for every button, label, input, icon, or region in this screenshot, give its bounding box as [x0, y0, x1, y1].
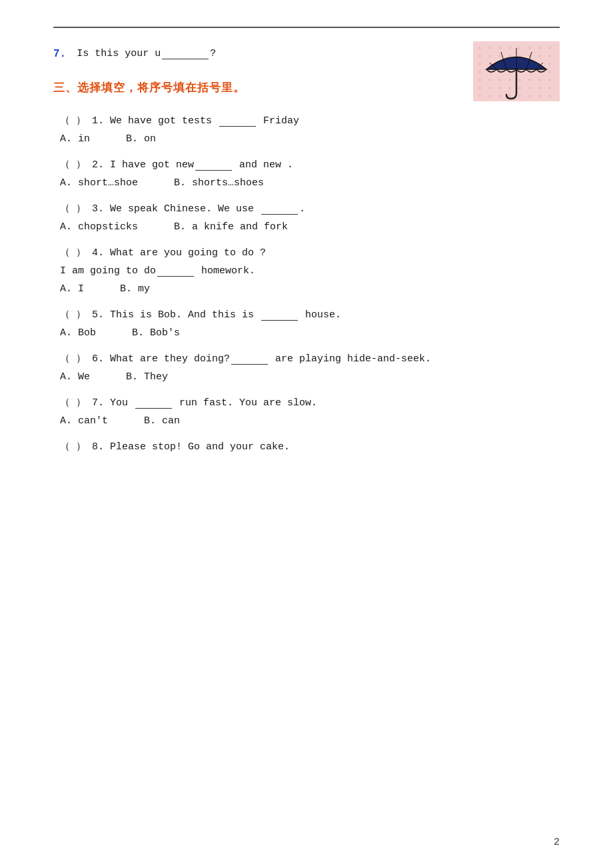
q6-options: A. We B. They	[53, 371, 560, 383]
exercise-item-3: （ ） 3. We speak Chinese. We use . A. cho…	[53, 202, 560, 233]
svg-point-9	[478, 55, 481, 57]
exercise-item-5: （ ） 5. This is Bob. And this is house. A…	[53, 308, 560, 339]
svg-point-47	[538, 87, 541, 89]
q3-option-sep	[144, 221, 168, 233]
q7s3-option-a: A. can't	[60, 415, 108, 427]
q5-option-sep	[102, 327, 126, 339]
q3-option-a: A. chopsticks	[60, 221, 138, 233]
q2-blank	[195, 170, 232, 171]
top-divider	[53, 27, 560, 28]
q4-question: （ ） 4. What are you going to do ?	[53, 246, 560, 259]
q6-question: （ ） 6. What are they doing? are playing …	[53, 352, 560, 365]
q6-option-sep	[96, 371, 120, 383]
svg-point-6	[528, 47, 531, 49]
q6-text: 6. What are they doing? are playing hide…	[92, 353, 431, 365]
q7s3-option-sep	[114, 415, 138, 427]
q7s3-text: 7. You run fast. You are slow.	[92, 397, 317, 409]
exercise-item-8: （ ） 8. Please stop! Go and your cake.	[53, 440, 560, 453]
q2-paren: （ ）	[60, 159, 86, 171]
q5-blank	[261, 320, 298, 321]
q3-question: （ ） 3. We speak Chinese. We use .	[53, 202, 560, 215]
q7-text: Is this your u?	[77, 48, 216, 59]
q7s3-question: （ ） 7. You run fast. You are slow.	[53, 396, 560, 409]
svg-point-44	[508, 87, 511, 89]
q2-option-sep	[144, 177, 168, 189]
exercise-item-1: （ ） 1. We have got tests Friday A. in B.…	[53, 114, 560, 145]
svg-point-36	[508, 79, 511, 81]
svg-point-33	[478, 79, 481, 81]
svg-point-4	[508, 47, 511, 49]
q6-paren: （ ）	[60, 353, 86, 365]
question-7-text: 7. Is this your u?	[53, 48, 216, 60]
exercise-item-4: （ ） 4. What are you going to do ? I am g…	[53, 246, 560, 295]
q1-option-b: B. on	[126, 133, 156, 145]
svg-point-38	[528, 79, 531, 81]
svg-point-32	[548, 71, 551, 73]
q3-options: A. chopsticks B. a knife and fork	[53, 221, 560, 233]
q1-option-a: A. in	[60, 133, 90, 145]
q2-text: 2. I have got new and new .	[92, 159, 293, 171]
svg-point-41	[478, 87, 481, 89]
svg-point-45	[518, 87, 521, 89]
q4-sub-text: I am going to do homework.	[60, 265, 255, 277]
q1-blank	[219, 126, 256, 127]
svg-point-35	[498, 79, 501, 81]
q2-options: A. short…shoe B. shorts…shoes	[53, 177, 560, 189]
q5-text: 5. This is Bob. And this is house.	[92, 309, 341, 321]
svg-point-43	[498, 87, 501, 89]
q5-option-b: B. Bob's	[132, 327, 180, 339]
svg-point-15	[538, 55, 541, 57]
q6-option-a: A. We	[60, 371, 90, 383]
q7s3-blank	[135, 408, 172, 409]
q3-blank	[261, 214, 298, 215]
q2-question: （ ） 2. I have got new and new .	[53, 158, 560, 171]
q6-option-b: B. They	[126, 371, 168, 383]
q7s3-option-b: B. can	[144, 415, 180, 427]
exercise-item-7: （ ） 7. You run fast. You are slow. A. ca…	[53, 396, 560, 427]
svg-point-5	[518, 47, 521, 49]
q3-option-b: B. a knife and fork	[174, 221, 288, 233]
svg-point-46	[528, 87, 531, 89]
q1-option-sep	[96, 133, 120, 145]
svg-point-2	[488, 47, 491, 49]
svg-point-8	[548, 47, 551, 49]
svg-point-48	[548, 87, 551, 89]
q4-blank	[157, 276, 194, 277]
q5-option-a: A. Bob	[60, 327, 96, 339]
q1-question: （ ） 1. We have got tests Friday	[53, 114, 560, 127]
svg-point-52	[508, 95, 511, 97]
q4-sub: I am going to do homework.	[53, 265, 560, 277]
svg-point-17	[478, 63, 481, 65]
svg-point-37	[518, 79, 521, 81]
q5-question: （ ） 5. This is Bob. And this is house.	[53, 308, 560, 321]
svg-point-3	[498, 47, 501, 49]
q7s3-paren: （ ）	[60, 397, 86, 409]
svg-point-56	[548, 95, 551, 97]
exercise-item-2: （ ） 2. I have got new and new . A. short…	[53, 158, 560, 189]
svg-point-25	[478, 71, 481, 73]
svg-point-55	[538, 95, 541, 97]
svg-point-1	[478, 47, 481, 49]
svg-point-10	[488, 55, 491, 57]
svg-point-34	[488, 79, 491, 81]
q8-paren: （ ）	[60, 441, 86, 453]
svg-point-42	[488, 87, 491, 89]
q2-option-a: A. short…shoe	[60, 177, 138, 189]
q5-options: A. Bob B. Bob's	[53, 327, 560, 339]
q1-options: A. in B. on	[53, 133, 560, 145]
umbrella-image	[473, 41, 560, 101]
q5-paren: （ ）	[60, 309, 86, 321]
svg-point-49	[478, 95, 481, 97]
q4-options: A. I B. my	[53, 283, 560, 295]
q3-paren: （ ）	[60, 203, 86, 215]
q1-paren: （ ）	[60, 115, 86, 127]
q4-option-a: A. I	[60, 283, 84, 295]
svg-point-40	[548, 79, 551, 81]
svg-point-16	[548, 55, 551, 57]
q7s3-options: A. can't B. can	[53, 415, 560, 427]
q8-question: （ ） 8. Please stop! Go and your cake.	[53, 440, 560, 453]
q4-option-sep	[90, 283, 114, 295]
exercise-item-6: （ ） 6. What are they doing? are playing …	[53, 352, 560, 383]
svg-point-50	[488, 95, 491, 97]
q2-option-b: B. shorts…shoes	[174, 177, 264, 189]
